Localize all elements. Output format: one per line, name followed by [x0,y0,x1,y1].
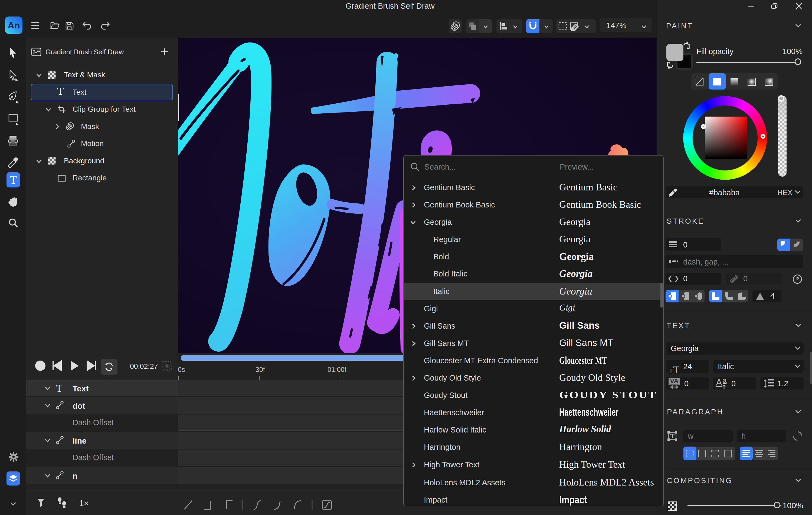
svg-text:a: a [723,378,727,384]
svg-text:?: ? [796,276,799,283]
svg-text:A: A [716,378,722,387]
svg-text:T: T [670,432,674,440]
svg-text:VA: VA [670,378,678,385]
